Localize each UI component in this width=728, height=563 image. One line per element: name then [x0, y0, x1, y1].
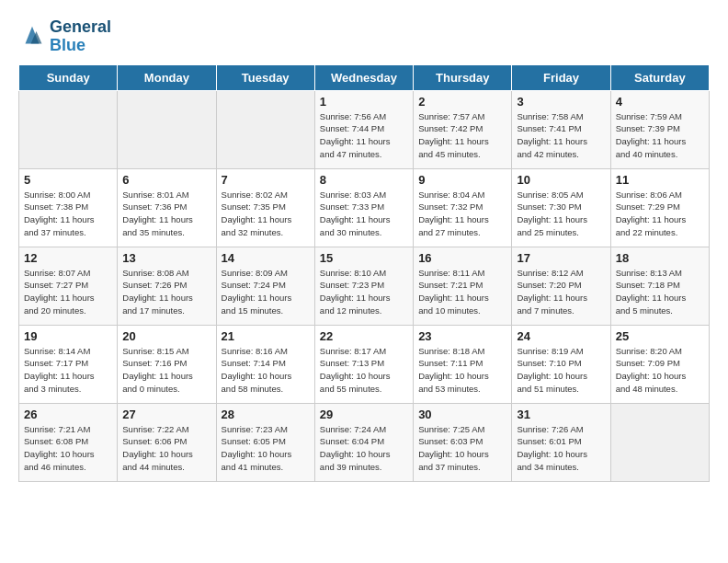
calendar-cell: 16Sunrise: 8:11 AM Sunset: 7:21 PM Dayli…: [414, 247, 512, 325]
day-header-friday: Friday: [512, 64, 610, 90]
day-header-saturday: Saturday: [610, 64, 709, 90]
page-header: General Blue: [18, 18, 710, 55]
day-info: Sunrise: 8:09 AM Sunset: 7:24 PM Dayligh…: [222, 267, 310, 317]
calendar-cell: 22Sunrise: 8:17 AM Sunset: 7:13 PM Dayli…: [314, 325, 413, 403]
calendar-cell: 27Sunrise: 7:22 AM Sunset: 6:06 PM Dayli…: [118, 403, 216, 481]
day-info: Sunrise: 7:59 AM Sunset: 7:39 PM Dayligh…: [616, 110, 704, 161]
day-number: 20: [122, 329, 210, 343]
logo: General Blue: [18, 18, 111, 55]
calendar-cell: 6Sunrise: 8:01 AM Sunset: 7:36 PM Daylig…: [118, 168, 216, 247]
calendar-week-1: 1Sunrise: 7:56 AM Sunset: 7:44 PM Daylig…: [19, 90, 710, 168]
calendar-cell: 14Sunrise: 8:09 AM Sunset: 7:24 PM Dayli…: [216, 247, 314, 325]
day-info: Sunrise: 7:25 AM Sunset: 6:03 PM Dayligh…: [418, 423, 506, 474]
calendar-cell: 1Sunrise: 7:56 AM Sunset: 7:44 PM Daylig…: [314, 90, 413, 168]
day-number: 13: [122, 251, 210, 265]
day-info: Sunrise: 7:24 AM Sunset: 6:04 PM Dayligh…: [320, 423, 408, 474]
day-info: Sunrise: 8:11 AM Sunset: 7:21 PM Dayligh…: [418, 267, 506, 317]
day-info: Sunrise: 7:58 AM Sunset: 7:41 PM Dayligh…: [517, 110, 605, 161]
day-info: Sunrise: 8:18 AM Sunset: 7:11 PM Dayligh…: [418, 345, 506, 396]
calendar-cell: [610, 403, 709, 481]
day-info: Sunrise: 7:23 AM Sunset: 6:05 PM Dayligh…: [222, 423, 310, 474]
calendar-week-4: 19Sunrise: 8:14 AM Sunset: 7:17 PM Dayli…: [19, 325, 710, 403]
day-header-sunday: Sunday: [19, 64, 118, 90]
day-number: 25: [616, 329, 704, 343]
day-info: Sunrise: 8:00 AM Sunset: 7:38 PM Dayligh…: [24, 189, 112, 239]
day-info: Sunrise: 8:12 AM Sunset: 7:20 PM Dayligh…: [517, 267, 605, 317]
calendar-cell: 21Sunrise: 8:16 AM Sunset: 7:14 PM Dayli…: [216, 325, 314, 403]
day-info: Sunrise: 8:08 AM Sunset: 7:26 PM Dayligh…: [122, 267, 210, 317]
calendar-cell: 25Sunrise: 8:20 AM Sunset: 7:09 PM Dayli…: [610, 325, 709, 403]
calendar-table: SundayMondayTuesdayWednesdayThursdayFrid…: [18, 64, 710, 482]
calendar-cell: 8Sunrise: 8:03 AM Sunset: 7:33 PM Daylig…: [314, 168, 413, 247]
day-info: Sunrise: 8:19 AM Sunset: 7:10 PM Dayligh…: [517, 345, 605, 396]
calendar-cell: 31Sunrise: 7:26 AM Sunset: 6:01 PM Dayli…: [512, 403, 610, 481]
calendar-cell: 13Sunrise: 8:08 AM Sunset: 7:26 PM Dayli…: [118, 247, 216, 325]
day-info: Sunrise: 8:20 AM Sunset: 7:09 PM Dayligh…: [616, 345, 704, 396]
day-info: Sunrise: 7:57 AM Sunset: 7:42 PM Dayligh…: [418, 110, 506, 161]
calendar-week-5: 26Sunrise: 7:21 AM Sunset: 6:08 PM Dayli…: [19, 403, 710, 481]
calendar-cell: [216, 90, 314, 168]
logo-icon: [18, 23, 46, 51]
day-info: Sunrise: 8:10 AM Sunset: 7:23 PM Dayligh…: [320, 267, 408, 317]
day-number: 15: [320, 251, 408, 265]
day-info: Sunrise: 8:07 AM Sunset: 7:27 PM Dayligh…: [24, 267, 112, 317]
calendar-cell: 11Sunrise: 8:06 AM Sunset: 7:29 PM Dayli…: [610, 168, 709, 247]
day-number: 27: [122, 408, 210, 421]
day-info: Sunrise: 7:26 AM Sunset: 6:01 PM Dayligh…: [517, 423, 605, 474]
calendar-cell: 17Sunrise: 8:12 AM Sunset: 7:20 PM Dayli…: [512, 247, 610, 325]
day-number: 19: [24, 329, 112, 343]
day-info: Sunrise: 8:16 AM Sunset: 7:14 PM Dayligh…: [222, 345, 310, 396]
calendar-cell: 15Sunrise: 8:10 AM Sunset: 7:23 PM Dayli…: [314, 247, 413, 325]
calendar-cell: 3Sunrise: 7:58 AM Sunset: 7:41 PM Daylig…: [512, 90, 610, 168]
day-number: 16: [418, 251, 506, 265]
calendar-cell: 9Sunrise: 8:04 AM Sunset: 7:32 PM Daylig…: [414, 168, 512, 247]
calendar-cell: 12Sunrise: 8:07 AM Sunset: 7:27 PM Dayli…: [19, 247, 118, 325]
calendar-cell: 24Sunrise: 8:19 AM Sunset: 7:10 PM Dayli…: [512, 325, 610, 403]
calendar-cell: 23Sunrise: 8:18 AM Sunset: 7:11 PM Dayli…: [414, 325, 512, 403]
day-number: 1: [320, 95, 408, 109]
day-info: Sunrise: 8:05 AM Sunset: 7:30 PM Dayligh…: [517, 189, 605, 239]
day-number: 9: [418, 173, 506, 187]
day-number: 28: [222, 408, 310, 421]
calendar-header-row: SundayMondayTuesdayWednesdayThursdayFrid…: [19, 64, 710, 90]
day-info: Sunrise: 7:56 AM Sunset: 7:44 PM Dayligh…: [320, 110, 408, 161]
calendar-cell: 26Sunrise: 7:21 AM Sunset: 6:08 PM Dayli…: [19, 403, 118, 481]
day-number: 29: [320, 408, 408, 421]
day-number: 24: [517, 329, 605, 343]
day-number: 11: [616, 173, 704, 187]
day-info: Sunrise: 7:21 AM Sunset: 6:08 PM Dayligh…: [24, 423, 112, 474]
day-info: Sunrise: 8:01 AM Sunset: 7:36 PM Dayligh…: [122, 189, 210, 239]
day-number: 21: [222, 329, 310, 343]
day-info: Sunrise: 8:17 AM Sunset: 7:13 PM Dayligh…: [320, 345, 408, 396]
day-number: 10: [517, 173, 605, 187]
day-number: 18: [616, 251, 704, 265]
day-header-thursday: Thursday: [414, 64, 512, 90]
calendar-cell: 2Sunrise: 7:57 AM Sunset: 7:42 PM Daylig…: [414, 90, 512, 168]
day-number: 17: [517, 251, 605, 265]
day-number: 22: [320, 329, 408, 343]
calendar-body: 1Sunrise: 7:56 AM Sunset: 7:44 PM Daylig…: [19, 90, 710, 481]
day-info: Sunrise: 8:14 AM Sunset: 7:17 PM Dayligh…: [24, 345, 112, 396]
day-header-monday: Monday: [118, 64, 216, 90]
calendar-cell: 7Sunrise: 8:02 AM Sunset: 7:35 PM Daylig…: [216, 168, 314, 247]
day-number: 31: [517, 408, 605, 421]
day-info: Sunrise: 8:13 AM Sunset: 7:18 PM Dayligh…: [616, 267, 704, 317]
calendar-cell: 19Sunrise: 8:14 AM Sunset: 7:17 PM Dayli…: [19, 325, 118, 403]
day-info: Sunrise: 8:02 AM Sunset: 7:35 PM Dayligh…: [222, 189, 310, 239]
day-number: 6: [122, 173, 210, 187]
day-info: Sunrise: 8:03 AM Sunset: 7:33 PM Dayligh…: [320, 189, 408, 239]
calendar-cell: [118, 90, 216, 168]
day-header-wednesday: Wednesday: [314, 64, 413, 90]
calendar-week-3: 12Sunrise: 8:07 AM Sunset: 7:27 PM Dayli…: [19, 247, 710, 325]
day-number: 2: [418, 95, 506, 109]
day-info: Sunrise: 8:15 AM Sunset: 7:16 PM Dayligh…: [122, 345, 210, 396]
calendar-cell: 18Sunrise: 8:13 AM Sunset: 7:18 PM Dayli…: [610, 247, 709, 325]
day-info: Sunrise: 8:04 AM Sunset: 7:32 PM Dayligh…: [418, 189, 506, 239]
calendar-cell: 5Sunrise: 8:00 AM Sunset: 7:38 PM Daylig…: [19, 168, 118, 247]
day-number: 12: [24, 251, 112, 265]
day-number: 4: [616, 95, 704, 109]
day-number: 3: [517, 95, 605, 109]
logo-text: General Blue: [50, 18, 111, 55]
calendar-cell: 30Sunrise: 7:25 AM Sunset: 6:03 PM Dayli…: [414, 403, 512, 481]
calendar-cell: 4Sunrise: 7:59 AM Sunset: 7:39 PM Daylig…: [610, 90, 709, 168]
